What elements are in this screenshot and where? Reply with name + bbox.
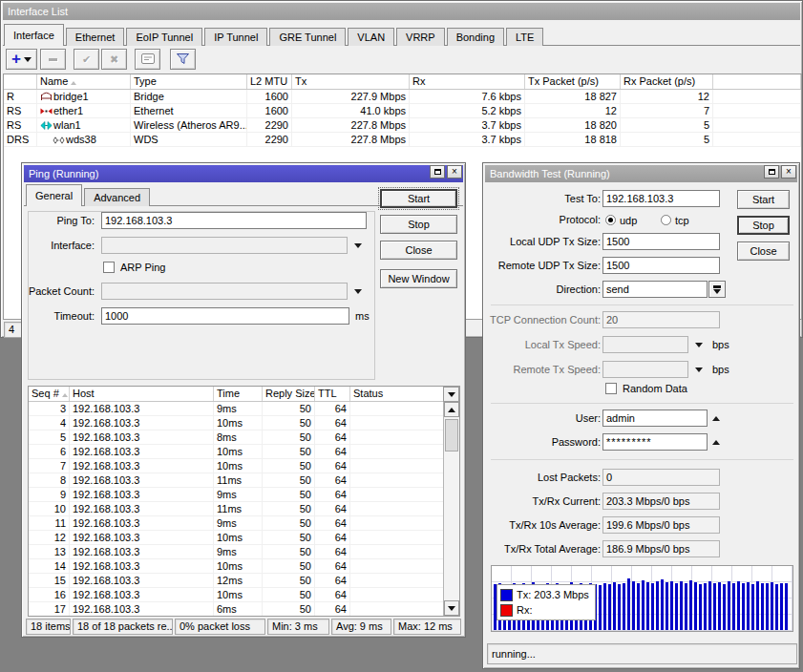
tab-gre-tunnel[interactable]: GRE Tunnel bbox=[269, 28, 346, 46]
interface-row[interactable]: RSwlan1Wireless (Atheros AR9...2290227.8… bbox=[4, 118, 801, 133]
chevron-down-icon[interactable] bbox=[695, 343, 703, 347]
ping-result-row[interactable]: 7192.168.103.310ms5064 bbox=[29, 459, 445, 473]
ping-result-row[interactable]: 9192.168.103.39ms5064 bbox=[29, 488, 445, 502]
tab-ip-tunnel[interactable]: IP Tunnel bbox=[204, 28, 267, 46]
column-header-seq[interactable]: Seq # bbox=[29, 387, 70, 401]
ping-result-row[interactable]: 10192.168.103.311ms5064 bbox=[29, 502, 445, 516]
scroll-up-button[interactable] bbox=[444, 402, 459, 417]
direction-drop-button[interactable] bbox=[708, 281, 726, 298]
ping-tab-advanced[interactable]: Advanced bbox=[84, 188, 150, 206]
column-header-tx-packet-p-s[interactable]: Tx Packet (p/s) bbox=[525, 74, 621, 89]
close-button[interactable]: × bbox=[781, 165, 796, 178]
stop-button[interactable]: Stop bbox=[737, 216, 790, 235]
tab-ethernet[interactable]: Ethernet bbox=[66, 28, 125, 46]
tab-vrrp[interactable]: VRRP bbox=[396, 28, 445, 46]
column-header-ttl[interactable]: TTL bbox=[315, 387, 350, 401]
local-tx-speed-combo[interactable] bbox=[602, 336, 688, 353]
chevron-up-icon[interactable] bbox=[712, 416, 720, 421]
enable-button[interactable]: ✔ bbox=[74, 49, 99, 70]
column-header-host[interactable]: Host bbox=[70, 387, 214, 401]
stop-button[interactable]: Stop bbox=[380, 215, 457, 234]
close-button[interactable]: × bbox=[447, 165, 462, 178]
tx-bar bbox=[751, 584, 754, 630]
column-header-blank[interactable] bbox=[4, 74, 37, 89]
column-select-button[interactable] bbox=[443, 387, 459, 402]
new-window-button[interactable]: New Window bbox=[380, 269, 457, 288]
interface-combo[interactable] bbox=[101, 237, 348, 254]
tab-vlan[interactable]: VLAN bbox=[348, 28, 394, 46]
close-button[interactable]: Close bbox=[737, 242, 790, 261]
column-header-name[interactable]: Name bbox=[37, 74, 131, 89]
protocol-tcp-radio[interactable] bbox=[661, 215, 671, 225]
packet-count-combo[interactable] bbox=[101, 283, 348, 300]
add-button[interactable]: + bbox=[6, 49, 37, 70]
column-header-status[interactable]: Status bbox=[350, 387, 445, 401]
comment-button[interactable] bbox=[135, 49, 160, 70]
column-header-rx-packet-p-s[interactable]: Rx Packet (p/s) bbox=[621, 74, 713, 89]
chevron-up-icon[interactable] bbox=[712, 440, 720, 445]
packet-count-label: Packet Count: bbox=[22, 283, 95, 300]
interface-row[interactable]: RSether1Ethernet160041.0 kbps5.2 kbps127 bbox=[4, 104, 801, 118]
protocol-udp-radio[interactable] bbox=[605, 215, 616, 225]
chevron-down-icon[interactable] bbox=[354, 289, 362, 294]
tcp-connection-count-label: TCP Connection Count: bbox=[483, 311, 601, 328]
interface-list-titlebar[interactable]: Interface List bbox=[3, 3, 800, 20]
filter-button[interactable] bbox=[170, 49, 196, 70]
tab-eoip-tunnel[interactable]: EoIP Tunnel bbox=[126, 28, 202, 46]
ping-result-row[interactable]: 12192.168.103.310ms5064 bbox=[29, 531, 445, 545]
ping-result-row[interactable]: 13192.168.103.39ms5064 bbox=[29, 545, 445, 559]
restore-button[interactable] bbox=[764, 165, 779, 178]
column-header-time[interactable]: Time bbox=[214, 387, 263, 401]
test-to-input[interactable]: 192.168.103.3 bbox=[602, 190, 720, 207]
chevron-down-icon[interactable] bbox=[354, 243, 362, 248]
ping-result-row[interactable]: 8192.168.103.311ms5064 bbox=[29, 473, 445, 488]
ping-result-row[interactable]: 3192.168.103.39ms5064 bbox=[29, 402, 445, 416]
ping-result-row[interactable]: 14192.168.103.310ms5064 bbox=[29, 559, 445, 574]
interface-row[interactable]: Rbridge1Bridge1600227.9 Mbps7.6 kbps18 8… bbox=[4, 90, 801, 104]
tab-interface[interactable]: Interface bbox=[4, 24, 64, 46]
close-button[interactable]: Close bbox=[380, 241, 457, 260]
ping-result-row[interactable]: 16192.168.103.310ms5064 bbox=[29, 588, 445, 602]
protocol-label: Protocol: bbox=[483, 213, 601, 230]
password-input[interactable]: ********* bbox=[602, 433, 708, 451]
restore-button[interactable] bbox=[430, 165, 445, 178]
ping-result-row[interactable]: 5192.168.103.38ms5064 bbox=[29, 430, 445, 445]
ttl-cell: 64 bbox=[315, 488, 350, 502]
bandwidth-titlebar[interactable]: Bandwidth Test (Running) bbox=[485, 165, 797, 182]
random-data-checkbox[interactable] bbox=[605, 383, 617, 394]
vertical-scrollbar[interactable] bbox=[443, 402, 459, 616]
remove-button[interactable] bbox=[40, 49, 66, 70]
scrollbar-thumb[interactable] bbox=[445, 419, 458, 452]
tab-lte[interactable]: LTE bbox=[506, 28, 543, 46]
disable-button[interactable]: ✖ bbox=[101, 49, 127, 70]
chart-legend: Tx: 203.3 Mbps Rx: bbox=[497, 584, 596, 620]
scroll-down-button[interactable] bbox=[444, 600, 459, 616]
ping-to-input[interactable]: 192.168.103.3 bbox=[101, 212, 367, 229]
ping-result-row[interactable]: 15192.168.103.312ms5064 bbox=[29, 574, 445, 588]
ping-result-row[interactable]: 17192.168.103.36ms5064 bbox=[29, 602, 445, 617]
ping-tab-general[interactable]: General bbox=[26, 184, 82, 206]
user-input[interactable]: admin bbox=[602, 410, 708, 427]
column-header-type[interactable]: Type bbox=[131, 74, 247, 89]
ping-result-row[interactable]: 4192.168.103.310ms5064 bbox=[29, 416, 445, 430]
ping-result-row[interactable]: 11192.168.103.39ms5064 bbox=[29, 516, 445, 531]
ping-titlebar[interactable]: Ping (Running) bbox=[24, 165, 463, 182]
direction-combo[interactable]: send bbox=[602, 281, 708, 298]
remote-udp-tx-size-input[interactable]: 1500 bbox=[602, 257, 720, 274]
column-header-tx[interactable]: Tx bbox=[292, 74, 410, 89]
column-header-rx[interactable]: Rx bbox=[410, 74, 525, 89]
arp-ping-checkbox[interactable] bbox=[103, 262, 115, 273]
tab-bonding[interactable]: Bonding bbox=[447, 28, 504, 46]
interface-row[interactable]: DRSwds38WDS2290227.8 Mbps3.7 kbps18 8185 bbox=[4, 133, 801, 147]
column-header-blank[interactable] bbox=[713, 74, 801, 89]
ping-result-row[interactable]: 6192.168.103.310ms5064 bbox=[29, 445, 445, 459]
column-header-reply-size[interactable]: Reply Size bbox=[263, 387, 315, 401]
local-udp-tx-size-input[interactable]: 1500 bbox=[602, 233, 720, 250]
column-header-l2-mtu[interactable]: L2 MTU bbox=[247, 74, 292, 89]
timeout-input[interactable]: 1000 bbox=[101, 307, 349, 325]
chevron-down-icon[interactable] bbox=[695, 368, 703, 372]
remote-tx-speed-combo[interactable] bbox=[602, 361, 688, 378]
tx-legend-swatch bbox=[500, 589, 513, 601]
start-button[interactable]: Start bbox=[737, 190, 790, 209]
start-button[interactable]: Start bbox=[380, 189, 457, 208]
